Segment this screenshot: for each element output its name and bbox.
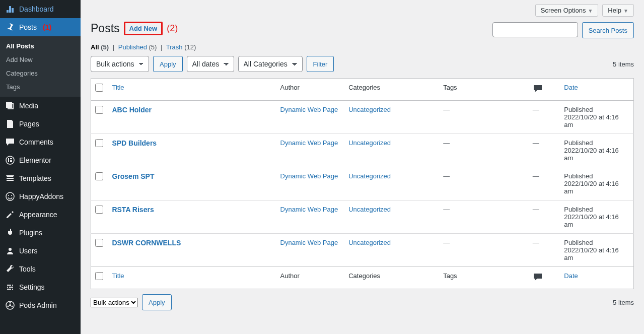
tags-value: — (443, 106, 450, 113)
apply-button-top[interactable]: Apply (153, 56, 183, 72)
sidebar-item-label: Dashboard (19, 5, 54, 13)
sidebar-item-label: Pages (19, 120, 39, 128)
sidebar-item-elementor[interactable]: Elementor (0, 151, 81, 169)
page-title: Posts (91, 22, 120, 35)
col-title[interactable]: Title (112, 84, 124, 91)
select-all-bottom[interactable] (95, 272, 103, 280)
submenu-add-new[interactable]: Add New (0, 53, 81, 66)
sidebar-item-label: Comments (19, 138, 53, 146)
sidebar-item-posts[interactable]: Posts(1) All Posts Add New Categories Ta… (0, 18, 81, 97)
col-title-foot[interactable]: Title (112, 272, 124, 280)
pods-icon (5, 300, 15, 310)
media-icon (5, 101, 15, 111)
sidebar-item-label: Pods Admin (19, 301, 57, 309)
row-checkbox[interactable] (95, 239, 103, 247)
date-value: 2022/10/20 at 4:16 am (564, 113, 618, 128)
filter-published[interactable]: Published (5) (118, 43, 157, 51)
annotation-two: (2) (167, 23, 178, 34)
svg-point-6 (9, 304, 11, 306)
post-title-link[interactable]: RSTA Risers (112, 206, 154, 214)
category-link[interactable]: Uncategorized (348, 172, 391, 180)
categories-select[interactable]: All Categories (238, 56, 303, 72)
row-checkbox[interactable] (95, 106, 103, 114)
add-new-button[interactable]: Add New (124, 22, 163, 35)
sidebar-item-pages[interactable]: Pages (0, 115, 81, 133)
sidebar-item-appearance[interactable]: Appearance (0, 206, 81, 224)
category-link[interactable]: Uncategorized (348, 106, 391, 113)
date-value: 2022/10/20 at 4:16 am (564, 246, 618, 261)
appearance-icon (5, 210, 15, 220)
status-filter-links: All (5) | Published (5) | Trash (12) (91, 43, 634, 51)
author-link[interactable]: Dynamic Web Page (280, 106, 338, 113)
sidebar-item-tools[interactable]: Tools (0, 260, 81, 278)
author-link[interactable]: Dynamic Web Page (280, 239, 338, 246)
submenu-tags[interactable]: Tags (0, 80, 81, 94)
author-link[interactable]: Dynamic Web Page (280, 139, 338, 147)
filter-trash[interactable]: Trash (12) (166, 43, 196, 51)
items-count-bottom: 5 items (613, 299, 634, 306)
date-value: 2022/10/20 at 4:16 am (564, 147, 618, 162)
submenu-all-posts[interactable]: All Posts (0, 39, 81, 53)
row-checkbox[interactable] (95, 172, 103, 180)
apply-button-bottom[interactable]: Apply (142, 294, 172, 310)
svg-point-2 (8, 195, 9, 196)
sidebar-item-plugins[interactable]: Plugins (0, 224, 81, 242)
sidebar-item-templates[interactable]: Templates (0, 169, 81, 187)
search-input[interactable] (492, 22, 578, 37)
sidebar-item-label: Plugins (19, 229, 42, 237)
date-status: Published (564, 139, 593, 147)
row-checkbox[interactable] (95, 206, 103, 214)
select-all-top[interactable] (95, 84, 103, 92)
filter-all[interactable]: All (5) (91, 43, 109, 51)
category-link[interactable]: Uncategorized (348, 206, 391, 213)
screen-options-button[interactable]: Screen Options▼ (535, 4, 599, 17)
comments-icon (533, 272, 543, 282)
date-status: Published (564, 206, 593, 213)
svg-point-7 (10, 302, 11, 304)
comments-icon (533, 84, 543, 94)
comment-icon (5, 137, 15, 147)
sidebar-item-settings[interactable]: Settings (0, 278, 81, 296)
category-link[interactable]: Uncategorized (348, 139, 391, 147)
category-link[interactable]: Uncategorized (348, 239, 391, 246)
elementor-icon (5, 155, 15, 165)
post-title-link[interactable]: SPD Builders (112, 139, 157, 147)
posts-submenu: All Posts Add New Categories Tags (0, 36, 81, 97)
row-checkbox[interactable] (95, 139, 103, 147)
plugins-icon (5, 228, 15, 238)
sidebar-item-comments[interactable]: Comments (0, 133, 81, 151)
sidebar-item-pods[interactable]: Pods Admin (0, 296, 81, 314)
post-title-link[interactable]: DSWR CORNWELLS (112, 239, 181, 247)
submenu-categories[interactable]: Categories (0, 66, 81, 80)
sidebar-item-label: Posts (19, 23, 37, 31)
filter-button[interactable]: Filter (307, 56, 334, 72)
tablenav-top: Bulk actions Apply All dates All Categor… (91, 56, 634, 72)
sidebar-item-label: Users (19, 247, 38, 255)
sidebar-item-dashboard[interactable]: Dashboard (0, 0, 81, 18)
sidebar-item-media[interactable]: Media (0, 97, 81, 115)
dashboard-icon (5, 4, 15, 14)
table-row: RSTA Risers Dynamic Web Page Uncategoriz… (91, 201, 634, 234)
col-date-foot[interactable]: Date (564, 272, 578, 280)
col-tags: Tags (439, 79, 528, 101)
author-link[interactable]: Dynamic Web Page (280, 172, 338, 180)
posts-table: Title Author Categories Tags Date ABC Ho… (91, 78, 634, 289)
sidebar-item-label: Templates (19, 174, 51, 182)
help-button[interactable]: Help▼ (602, 4, 634, 17)
sidebar-item-label: Media (19, 102, 38, 110)
sidebar-item-users[interactable]: Users (0, 242, 81, 260)
post-title-link[interactable]: ABC Holder (112, 106, 152, 114)
table-row: DSWR CORNWELLS Dynamic Web Page Uncatego… (91, 234, 634, 267)
post-title-link[interactable]: Grosem SPT (112, 172, 154, 180)
tablenav-bottom: Bulk actions Apply 5 items (91, 294, 634, 310)
sidebar-item-label: Settings (19, 283, 45, 291)
author-link[interactable]: Dynamic Web Page (280, 206, 338, 213)
col-date[interactable]: Date (564, 84, 578, 91)
bulk-actions-select-bottom[interactable]: Bulk actions (91, 298, 138, 307)
sidebar-item-happyaddons[interactable]: HappyAddons (0, 187, 81, 206)
bulk-actions-select[interactable]: Bulk actions (91, 56, 149, 72)
table-row: Grosem SPT Dynamic Web Page Uncategorize… (91, 167, 634, 201)
search-posts-button[interactable]: Search Posts (582, 22, 634, 38)
dates-select[interactable]: All dates (187, 56, 234, 72)
sidebar-item-label: Elementor (19, 156, 51, 164)
